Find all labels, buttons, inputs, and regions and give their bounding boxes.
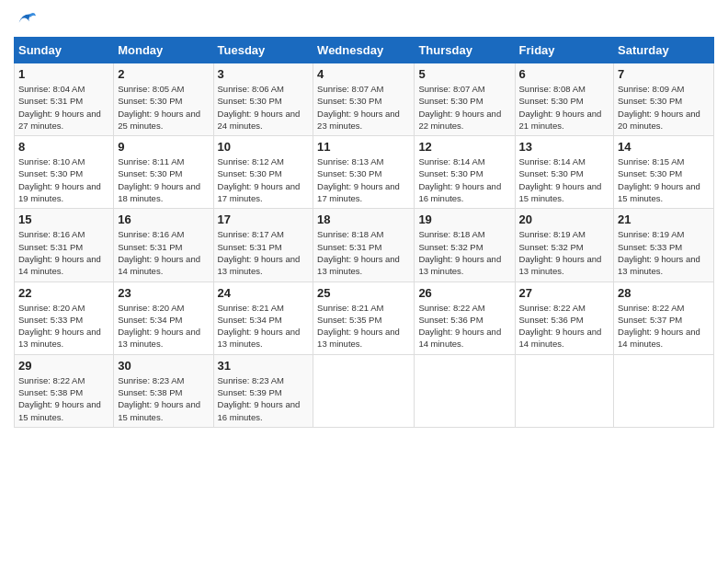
day-number: 29 — [18, 359, 109, 373]
header-sunday: Sunday — [15, 38, 114, 63]
day-number: 30 — [118, 359, 209, 373]
calendar-cell: 1Sunrise: 8:04 AMSunset: 5:31 PMDaylight… — [15, 63, 114, 136]
day-detail: Sunrise: 8:17 AMSunset: 5:31 PMDaylight:… — [218, 228, 310, 277]
calendar-cell — [515, 354, 614, 427]
calendar-cell: 26Sunrise: 8:22 AMSunset: 5:36 PMDayligh… — [415, 282, 515, 354]
header-monday: Monday — [114, 38, 213, 63]
calendar-cell: 25Sunrise: 8:21 AMSunset: 5:35 PMDayligh… — [313, 282, 415, 354]
calendar-cell: 15Sunrise: 8:16 AMSunset: 5:31 PMDayligh… — [15, 209, 114, 282]
day-number: 17 — [218, 213, 310, 226]
day-number: 9 — [118, 140, 209, 154]
calendar-cell: 27Sunrise: 8:22 AMSunset: 5:36 PMDayligh… — [515, 282, 614, 354]
day-detail: Sunrise: 8:08 AMSunset: 5:30 PMDaylight:… — [519, 83, 610, 132]
calendar-cell — [313, 354, 415, 427]
calendar-cell — [614, 354, 714, 427]
day-number: 19 — [418, 213, 510, 226]
day-detail: Sunrise: 8:22 AMSunset: 5:37 PMDaylight:… — [618, 302, 710, 350]
day-detail: Sunrise: 8:22 AMSunset: 5:36 PMDaylight:… — [519, 302, 610, 350]
calendar-cell: 8Sunrise: 8:10 AMSunset: 5:30 PMDaylight… — [15, 136, 114, 209]
calendar-cell: 13Sunrise: 8:14 AMSunset: 5:30 PMDayligh… — [515, 136, 614, 209]
day-number: 2 — [118, 67, 209, 81]
header-thursday: Thursday — [415, 38, 515, 63]
day-detail: Sunrise: 8:19 AMSunset: 5:33 PMDaylight:… — [618, 228, 710, 277]
day-detail: Sunrise: 8:20 AMSunset: 5:34 PMDaylight:… — [118, 302, 209, 350]
day-number: 16 — [118, 213, 209, 226]
calendar-cell: 9Sunrise: 8:11 AMSunset: 5:30 PMDaylight… — [114, 136, 213, 209]
day-number: 26 — [418, 286, 510, 300]
calendar-cell: 4Sunrise: 8:07 AMSunset: 5:30 PMDaylight… — [313, 63, 415, 136]
day-number: 7 — [618, 67, 710, 81]
calendar-cell: 12Sunrise: 8:14 AMSunset: 5:30 PMDayligh… — [415, 136, 515, 209]
header-tuesday: Tuesday — [213, 38, 313, 63]
calendar-cell: 28Sunrise: 8:22 AMSunset: 5:37 PMDayligh… — [614, 282, 714, 354]
calendar-cell: 6Sunrise: 8:08 AMSunset: 5:30 PMDaylight… — [515, 63, 614, 136]
day-detail: Sunrise: 8:21 AMSunset: 5:35 PMDaylight:… — [317, 302, 410, 350]
calendar-cell: 31Sunrise: 8:23 AMSunset: 5:39 PMDayligh… — [213, 354, 313, 427]
calendar-cell: 2Sunrise: 8:05 AMSunset: 5:30 PMDaylight… — [114, 63, 213, 136]
logo-bird-icon — [16, 9, 36, 29]
day-number: 13 — [519, 140, 610, 154]
day-detail: Sunrise: 8:19 AMSunset: 5:32 PMDaylight:… — [519, 228, 610, 277]
day-detail: Sunrise: 8:04 AMSunset: 5:31 PMDaylight:… — [18, 83, 109, 132]
calendar-cell: 7Sunrise: 8:09 AMSunset: 5:30 PMDaylight… — [614, 63, 714, 136]
weekday-header-row: SundayMondayTuesdayWednesdayThursdayFrid… — [15, 38, 714, 63]
day-number: 18 — [317, 213, 410, 226]
day-number: 5 — [418, 67, 510, 81]
calendar-cell: 24Sunrise: 8:21 AMSunset: 5:34 PMDayligh… — [213, 282, 313, 354]
calendar-table: SundayMondayTuesdayWednesdayThursdayFrid… — [14, 37, 714, 428]
calendar-cell: 3Sunrise: 8:06 AMSunset: 5:30 PMDaylight… — [213, 63, 313, 136]
day-number: 12 — [418, 140, 510, 154]
day-number: 23 — [118, 286, 209, 300]
day-number: 10 — [218, 140, 310, 154]
day-number: 31 — [218, 359, 310, 373]
day-number: 15 — [18, 213, 109, 226]
calendar-cell: 11Sunrise: 8:13 AMSunset: 5:30 PMDayligh… — [313, 136, 415, 209]
day-detail: Sunrise: 8:11 AMSunset: 5:30 PMDaylight:… — [118, 155, 209, 204]
week-row-4: 22Sunrise: 8:20 AMSunset: 5:33 PMDayligh… — [15, 282, 714, 354]
calendar-cell: 14Sunrise: 8:15 AMSunset: 5:30 PMDayligh… — [614, 136, 714, 209]
calendar-cell: 20Sunrise: 8:19 AMSunset: 5:32 PMDayligh… — [515, 209, 614, 282]
header-wednesday: Wednesday — [313, 38, 415, 63]
calendar-cell: 18Sunrise: 8:18 AMSunset: 5:31 PMDayligh… — [313, 209, 415, 282]
day-number: 24 — [218, 286, 310, 300]
calendar-cell: 17Sunrise: 8:17 AMSunset: 5:31 PMDayligh… — [213, 209, 313, 282]
calendar-cell — [415, 354, 515, 427]
calendar-cell: 10Sunrise: 8:12 AMSunset: 5:30 PMDayligh… — [213, 136, 313, 209]
calendar-cell: 30Sunrise: 8:23 AMSunset: 5:38 PMDayligh… — [114, 354, 213, 427]
day-detail: Sunrise: 8:15 AMSunset: 5:30 PMDaylight:… — [618, 155, 710, 204]
week-row-1: 1Sunrise: 8:04 AMSunset: 5:31 PMDaylight… — [15, 63, 714, 136]
day-detail: Sunrise: 8:07 AMSunset: 5:30 PMDaylight:… — [418, 83, 510, 132]
day-detail: Sunrise: 8:21 AMSunset: 5:34 PMDaylight:… — [218, 302, 310, 350]
week-row-2: 8Sunrise: 8:10 AMSunset: 5:30 PMDaylight… — [15, 136, 714, 209]
day-number: 14 — [618, 140, 710, 154]
day-detail: Sunrise: 8:14 AMSunset: 5:30 PMDaylight:… — [418, 155, 510, 204]
day-number: 6 — [519, 67, 610, 81]
day-detail: Sunrise: 8:13 AMSunset: 5:30 PMDaylight:… — [317, 155, 410, 204]
calendar-cell: 5Sunrise: 8:07 AMSunset: 5:30 PMDaylight… — [415, 63, 515, 136]
day-number: 1 — [18, 67, 109, 81]
calendar-cell: 21Sunrise: 8:19 AMSunset: 5:33 PMDayligh… — [614, 209, 714, 282]
day-number: 20 — [519, 213, 610, 226]
day-detail: Sunrise: 8:18 AMSunset: 5:32 PMDaylight:… — [418, 228, 510, 277]
calendar-cell: 19Sunrise: 8:18 AMSunset: 5:32 PMDayligh… — [415, 209, 515, 282]
day-detail: Sunrise: 8:07 AMSunset: 5:30 PMDaylight:… — [317, 83, 410, 132]
calendar-cell: 16Sunrise: 8:16 AMSunset: 5:31 PMDayligh… — [114, 209, 213, 282]
calendar-cell: 22Sunrise: 8:20 AMSunset: 5:33 PMDayligh… — [15, 282, 114, 354]
day-number: 4 — [317, 67, 410, 81]
day-number: 21 — [618, 213, 710, 226]
day-number: 22 — [18, 286, 109, 300]
day-detail: Sunrise: 8:05 AMSunset: 5:30 PMDaylight:… — [118, 83, 209, 132]
day-detail: Sunrise: 8:16 AMSunset: 5:31 PMDaylight:… — [118, 228, 209, 277]
day-detail: Sunrise: 8:10 AMSunset: 5:30 PMDaylight:… — [18, 155, 109, 204]
day-detail: Sunrise: 8:14 AMSunset: 5:30 PMDaylight:… — [519, 155, 610, 204]
day-detail: Sunrise: 8:22 AMSunset: 5:38 PMDaylight:… — [18, 374, 109, 423]
logo — [14, 9, 36, 29]
day-detail: Sunrise: 8:20 AMSunset: 5:33 PMDaylight:… — [18, 302, 109, 350]
header — [14, 9, 714, 29]
day-detail: Sunrise: 8:23 AMSunset: 5:38 PMDaylight:… — [118, 374, 209, 423]
calendar-cell: 23Sunrise: 8:20 AMSunset: 5:34 PMDayligh… — [114, 282, 213, 354]
day-number: 11 — [317, 140, 410, 154]
day-number: 28 — [618, 286, 710, 300]
day-detail: Sunrise: 8:12 AMSunset: 5:30 PMDaylight:… — [218, 155, 310, 204]
day-number: 27 — [519, 286, 610, 300]
